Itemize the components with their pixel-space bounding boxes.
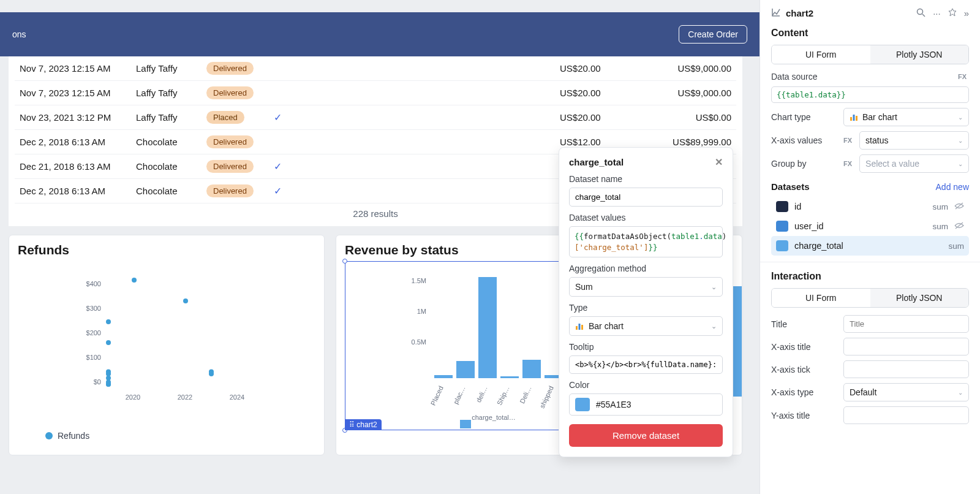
status-badge: Delivered	[206, 160, 254, 173]
chart-icon	[771, 7, 781, 19]
svg-point-19	[209, 370, 214, 374]
svg-rect-24	[456, 361, 475, 378]
svg-text:plac…: plac…	[452, 385, 467, 405]
dataset-name-input[interactable]	[569, 188, 723, 207]
svg-rect-52	[576, 326, 578, 330]
cell-total: US$0.00	[627, 112, 731, 123]
status-badge: Delivered	[206, 86, 254, 99]
fx-toggle[interactable]: FX	[843, 160, 852, 167]
cell-status: Placed	[206, 111, 274, 124]
visibility-icon[interactable]	[954, 221, 964, 232]
page-header-bar: ons Create Order	[0, 12, 760, 56]
x-axis-values-select[interactable]: status⌄	[859, 131, 969, 150]
cell-check: ✓	[274, 112, 298, 123]
svg-text:$0: $0	[94, 378, 101, 386]
refunds-legend: Refunds	[21, 427, 312, 441]
cell-date: Nov 7, 2023 12:15 AM	[20, 88, 136, 98]
chevron-down-icon: ⌄	[711, 322, 717, 330]
cell-check: ✓	[274, 185, 298, 197]
create-order-button[interactable]: Create Order	[679, 25, 747, 44]
dataset-item-name: charge_total	[794, 241, 942, 251]
x-axis-title-input[interactable]	[843, 338, 969, 355]
svg-text:2020: 2020	[126, 393, 140, 401]
label-x-axis-tick: X-axis tick	[771, 365, 839, 374]
cell-item: Chocolate	[136, 137, 206, 147]
label-tooltip: Tooltip	[569, 342, 723, 352]
refunds-chart[interactable]: $0$100$200$300$400 202020222024	[21, 268, 312, 427]
label-group-by: Group by	[771, 159, 839, 169]
chart-type-select[interactable]: Bar chart ⌄	[843, 108, 969, 126]
cell-price: US$20.00	[560, 88, 627, 98]
fx-toggle[interactable]: FX	[843, 137, 852, 144]
label-data-source: Data source	[771, 72, 839, 82]
dataset-item-agg: sum	[948, 241, 964, 251]
dataset-item-name: id	[794, 202, 926, 211]
cell-date: Dec 21, 2018 6:13 AM	[20, 161, 136, 172]
dataset-item[interactable]: charge_total sum	[771, 236, 969, 256]
table-row[interactable]: Nov 7, 2023 12:15 AM Laffy Taffy Deliver…	[15, 56, 736, 81]
title-input[interactable]	[843, 315, 969, 333]
svg-rect-47	[850, 117, 852, 121]
label-aggregation: Aggregation method	[569, 264, 723, 273]
svg-rect-49	[856, 116, 858, 121]
x-axis-tick-input[interactable]	[843, 360, 969, 378]
breadcrumb-fragment: ons	[12, 29, 26, 39]
cell-total: US$89,999.00	[627, 137, 731, 147]
status-badge: Delivered	[206, 135, 254, 148]
remove-dataset-button[interactable]: Remove dataset	[569, 424, 723, 447]
svg-text:1.5M: 1.5M	[412, 277, 426, 284]
table-row[interactable]: Nov 7, 2023 12:15 AM Laffy Taffy Deliver…	[15, 81, 736, 105]
fx-toggle[interactable]: FX	[958, 73, 967, 80]
popup-title: charge_total	[569, 157, 624, 167]
color-input[interactable]: #55A1E3	[569, 393, 723, 416]
svg-line-46	[922, 14, 925, 17]
svg-rect-53	[579, 324, 581, 330]
color-swatch[interactable]	[575, 398, 590, 411]
y-axis-title-input[interactable]	[843, 406, 969, 424]
aggregation-select[interactable]: Sum⌄	[569, 277, 723, 297]
visibility-icon[interactable]	[954, 202, 964, 212]
svg-rect-27	[522, 360, 541, 378]
dataset-item-agg: sum	[932, 222, 948, 231]
svg-text:$400: $400	[86, 280, 101, 287]
label-title: Title	[771, 319, 839, 329]
chevron-down-icon: ⌄	[958, 114, 963, 121]
tab-ui-form[interactable]: UI Form	[772, 289, 870, 307]
svg-rect-23	[434, 375, 453, 378]
resize-handle[interactable]	[342, 259, 347, 264]
pin-icon[interactable]	[948, 8, 957, 19]
svg-text:deli…: deli…	[475, 385, 489, 404]
data-source-input[interactable]: {{table1.data}}	[771, 86, 969, 103]
more-icon[interactable]: ···	[933, 8, 941, 19]
tooltip-input[interactable]	[569, 355, 723, 374]
svg-text:Deli…: Deli…	[518, 385, 533, 405]
close-icon[interactable]: ✕	[715, 156, 723, 168]
svg-text:1M: 1M	[417, 308, 426, 315]
dataset-item[interactable]: user_id sum	[771, 216, 969, 236]
dataset-values-input[interactable]: {{formatDataAsObject(table1.data)['charg…	[569, 226, 723, 257]
tab-ui-form[interactable]: UI Form	[772, 45, 870, 64]
dataset-item-agg: sum	[932, 202, 948, 211]
cell-status: Delivered	[206, 160, 274, 173]
group-by-select[interactable]: Select a value⌄	[859, 154, 969, 173]
cell-date: Dec 2, 2018 6:13 AM	[20, 186, 136, 196]
tab-plotly-json[interactable]: Plotly JSON	[870, 289, 969, 307]
dataset-item[interactable]: id sum	[771, 197, 969, 216]
cell-date: Nov 7, 2023 12:15 AM	[20, 63, 136, 74]
x-axis-type-select[interactable]: Default⌄	[843, 383, 969, 401]
expand-icon[interactable]: »	[964, 8, 969, 19]
svg-point-45	[918, 9, 923, 14]
label-datasets: Datasets	[771, 181, 810, 192]
svg-text:shipped: shipped	[538, 385, 555, 409]
cell-total: US$9,000.00	[627, 88, 731, 98]
tab-plotly-json[interactable]: Plotly JSON	[870, 45, 969, 64]
add-dataset-button[interactable]: Add new	[936, 182, 969, 192]
svg-point-17	[183, 298, 188, 303]
card-title: Refunds	[18, 243, 315, 257]
type-select[interactable]: Bar chart ⌄	[569, 316, 723, 336]
search-icon[interactable]	[916, 8, 925, 19]
label-y-axis-title: Y-axis title	[771, 411, 839, 420]
table-row[interactable]: Nov 23, 2021 3:12 PM Laffy Taffy Placed …	[15, 105, 736, 130]
label-x-axis-type: X-axis type	[771, 387, 839, 397]
component-tag[interactable]: ⠿ chart2	[345, 419, 382, 430]
